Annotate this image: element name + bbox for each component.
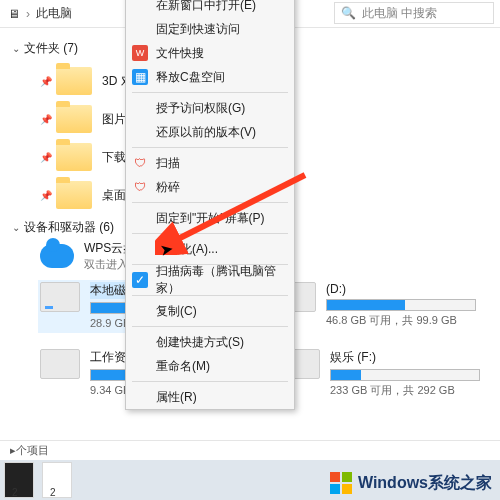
- context-menu-item[interactable]: W文件快搜: [126, 41, 294, 65]
- folder-icon: [56, 181, 92, 209]
- drive-free: 46.8 GB 可用，共 99.9 GB: [326, 313, 476, 328]
- folder-icon: [56, 67, 92, 95]
- menu-item-label: 属性(R): [156, 389, 197, 406]
- context-menu-item[interactable]: ✓扫描病毒（腾讯电脑管家）: [126, 268, 294, 292]
- folder-label: 图片: [102, 111, 126, 128]
- breadcrumb-location[interactable]: 此电脑: [36, 5, 72, 22]
- windows-logo-icon: [330, 472, 352, 494]
- drive-icon: [40, 349, 80, 379]
- context-menu: 在新窗口中打开(E)固定到快速访问W文件快搜▦释放C盘空间授予访问权限(G)还原…: [125, 0, 295, 410]
- context-menu-item[interactable]: 固定到快速访问: [126, 17, 294, 41]
- context-menu-item[interactable]: 重命名(M): [126, 354, 294, 378]
- pin-icon: 📌: [40, 76, 50, 87]
- menu-item-label: 固定到快速访问: [156, 21, 240, 38]
- search-placeholder: 此电脑 中搜索: [362, 5, 437, 22]
- context-menu-item[interactable]: 在新窗口中打开(E): [126, 0, 294, 17]
- drive-bar: [330, 369, 480, 381]
- drive-icon: [40, 282, 80, 312]
- breadcrumb-sep: ›: [26, 7, 30, 21]
- drive-d[interactable]: (D:) 46.8 GB 可用，共 99.9 GB: [276, 282, 476, 331]
- context-menu-item[interactable]: 🛡粉碎: [126, 175, 294, 199]
- menu-item-label: 在新窗口中打开(E): [156, 0, 256, 14]
- cloud-icon: [40, 244, 74, 268]
- context-menu-item[interactable]: 🛡扫描: [126, 151, 294, 175]
- context-menu-item[interactable]: 复制(C): [126, 299, 294, 323]
- folder-label: 下载: [102, 149, 126, 166]
- pin-icon: 📌: [40, 190, 50, 201]
- menu-item-icon: 🛡: [132, 179, 148, 195]
- folder-icon: [56, 143, 92, 171]
- search-input[interactable]: 🔍 此电脑 中搜索: [334, 2, 494, 24]
- menu-item-label: 固定到"开始"屏幕(P): [156, 210, 265, 227]
- chevron-down-icon: ⌄: [12, 43, 20, 54]
- menu-item-label: 释放C盘空间: [156, 69, 225, 86]
- folder-label: 桌面: [102, 187, 126, 204]
- drive-bar: [326, 299, 476, 311]
- pin-icon: 📌: [40, 114, 50, 125]
- chevron-down-icon: ⌄: [12, 222, 20, 233]
- menu-item-label: 授予访问权限(G): [156, 100, 245, 117]
- folder-icon: [56, 105, 92, 133]
- menu-item-icon: ✓: [132, 272, 148, 288]
- drive-name: 娱乐 (F:): [330, 349, 480, 366]
- context-menu-item[interactable]: 还原以前的版本(V): [126, 120, 294, 144]
- menu-item-label: 文件快搜: [156, 45, 204, 62]
- taskbar-tile[interactable]: [4, 462, 34, 498]
- menu-item-label: 还原以前的版本(V): [156, 124, 256, 141]
- context-menu-item[interactable]: 固定到"开始"屏幕(P): [126, 206, 294, 230]
- context-menu-item[interactable]: 创建快捷方式(S): [126, 330, 294, 354]
- context-menu-item[interactable]: 授予访问权限(G): [126, 96, 294, 120]
- status-text: 个项目: [16, 443, 49, 458]
- menu-item-label: 重命名(M): [156, 358, 210, 375]
- section-folders-title: 文件夹 (7): [24, 40, 78, 57]
- menu-item-label: 扫描病毒（腾讯电脑管家）: [156, 263, 284, 297]
- pin-icon: 📌: [40, 152, 50, 163]
- search-icon: 🔍: [341, 6, 356, 20]
- menu-item-label: 复制(C): [156, 303, 197, 320]
- context-menu-item[interactable]: ▦释放C盘空间: [126, 65, 294, 89]
- section-drives-title: 设备和驱动器 (6): [24, 219, 114, 236]
- taskbar-badge: 2: [50, 487, 56, 498]
- status-bar: ▸ 个项目: [0, 440, 500, 460]
- menu-item-icon: W: [132, 45, 148, 61]
- watermark-brand: Windows系统之家: [330, 472, 492, 494]
- taskbar-badge: 2: [12, 487, 18, 498]
- menu-item-icon: ▦: [132, 69, 148, 85]
- menu-item-label: 粉碎: [156, 179, 180, 196]
- menu-item-label: 扫描: [156, 155, 180, 172]
- taskbar: 2 2 Windows系统之家: [0, 460, 500, 500]
- drive-name: (D:): [326, 282, 476, 296]
- context-menu-item[interactable]: 格式化(A)...: [126, 237, 294, 261]
- drive-f[interactable]: 娱乐 (F:) 233 GB 可用，共 292 GB: [280, 349, 480, 398]
- brand-text: Windows系统之家: [358, 473, 492, 494]
- context-menu-item[interactable]: 属性(R): [126, 385, 294, 409]
- drive-free: 233 GB 可用，共 292 GB: [330, 383, 480, 398]
- pc-icon: 🖥: [8, 7, 20, 21]
- menu-item-label: 创建快捷方式(S): [156, 334, 244, 351]
- taskbar-tile[interactable]: [42, 462, 72, 498]
- menu-item-icon: 🛡: [132, 155, 148, 171]
